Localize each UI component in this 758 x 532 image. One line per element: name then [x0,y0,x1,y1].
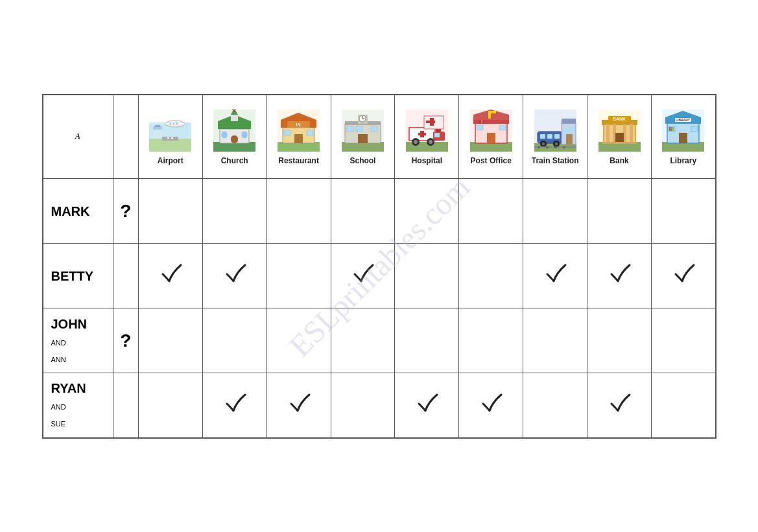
svg-rect-12 [165,122,185,125]
check-cell-church [202,373,266,438]
check-cell-church [202,179,266,244]
name-cell: JOHNANDANN [43,308,113,373]
q-col-header [113,95,138,179]
church-icon [213,110,255,152]
page-wrapper: ESLprintables.com A [23,75,736,458]
svg-rect-24 [231,135,238,143]
airport-icon-area [148,108,193,154]
checkmark-icon [286,389,312,415]
svg-rect-7 [155,125,160,127]
svg-rect-2 [162,137,178,141]
table-body: MARK?BETTY JOHNANDANN?RYANANDSUE [43,179,716,438]
check-cell-library [651,308,715,373]
svg-rect-81 [554,134,560,139]
svg-rect-100 [606,124,610,142]
checkmark-icon [414,389,440,415]
svg-rect-72 [477,125,483,130]
checkmark-icon [670,260,696,286]
check-cell-restaurant [266,244,331,308]
name-cell: RYANANDSUE [43,373,113,438]
svg-rect-25 [222,132,227,138]
svg-rect-80 [547,134,552,139]
header-row: A [43,95,716,179]
post-office-icon: T [470,110,512,152]
check-cell-airport [138,373,202,438]
name-cell: BETTY [43,244,113,308]
svg-point-57 [429,140,432,144]
svg-point-83 [541,143,545,146]
check-cell-school [331,244,395,308]
svg-rect-73 [499,125,506,130]
col-restaurant: IN Restaurant [266,95,331,179]
col-airport: Airport [138,95,202,179]
check-cell-train_station [523,373,587,438]
col-post-office: T Post Office [459,95,523,179]
check-cell-bank [587,179,652,244]
hospital-icon [406,110,448,152]
train-station-icon [534,110,576,152]
svg-rect-35 [307,130,313,135]
col-bank: BANK Bank [587,95,652,179]
name-cell: MARK [43,179,113,244]
svg-rect-45 [347,126,353,132]
svg-rect-112 [679,133,687,143]
hospital-label: Hospital [397,156,456,165]
check-cell-restaurant [266,373,331,438]
svg-point-15 [176,123,178,125]
svg-rect-46 [356,126,362,132]
post-office-icon-area: T [468,108,514,154]
check-cell-post_office [459,179,523,244]
check-cell-restaurant [266,308,331,373]
svg-rect-44 [358,134,368,143]
check-cell-train_station [523,244,587,308]
checkmark-icon [349,260,375,286]
col-church: Church [202,95,266,179]
check-cell-school [331,308,395,373]
check-cell-church [202,244,266,308]
question-cell [113,373,138,438]
col-hospital: Hospital [395,95,459,179]
airport-label: Airport [141,156,200,165]
airport-icon [149,110,191,152]
question-cell: ? [113,179,138,244]
checkmark-icon [222,389,248,415]
svg-text:IN: IN [296,122,301,127]
corner-cell: A [43,95,113,179]
library-label: Library [654,156,713,165]
svg-rect-70 [488,111,496,113]
col-library: LIBRARY Library [651,95,715,179]
check-cell-hospital [395,373,459,438]
checkmark-icon [606,260,632,286]
svg-rect-79 [540,134,545,139]
check-cell-restaurant [266,179,331,244]
svg-rect-114 [691,126,698,132]
check-cell-bank [587,244,652,308]
check-cell-post_office [459,373,523,438]
school-icon [342,110,384,152]
checkmark-icon [158,260,184,286]
svg-rect-33 [294,134,303,143]
svg-rect-92 [562,119,576,124]
svg-rect-59 [434,133,440,137]
check-cell-school [331,179,395,244]
question-cell [113,244,138,308]
church-label: Church [206,156,264,165]
check-cell-train_station [523,308,587,373]
svg-rect-90 [563,146,565,148]
bank-label: Bank [590,156,648,165]
bank-icon: BANK [598,110,641,152]
svg-rect-116 [671,127,672,131]
col-train-station: Train Station [523,95,587,179]
svg-rect-71 [487,133,495,143]
restaurant-label: Restaurant [270,156,328,165]
check-cell-airport [138,308,202,373]
library-icon: LIBRARY [662,110,704,152]
check-cell-hospital [395,244,459,308]
svg-point-13 [170,123,172,125]
hospital-icon-area [404,108,449,154]
svg-point-85 [554,143,558,146]
svg-point-55 [414,140,418,144]
svg-rect-47 [371,126,377,132]
col-school: School [331,95,395,179]
school-icon-area [340,108,385,154]
